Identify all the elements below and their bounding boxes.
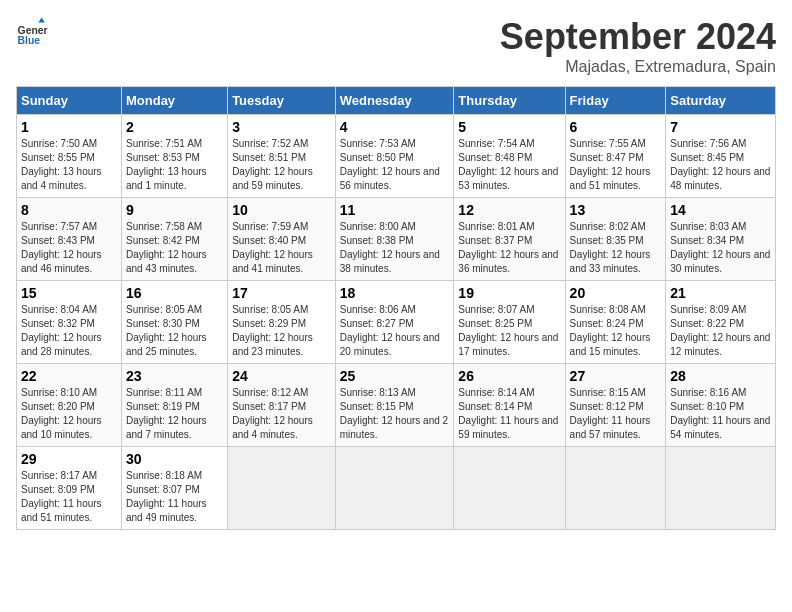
day-info: Sunrise: 8:06 AM Sunset: 8:27 PM Dayligh… [340, 303, 450, 359]
calendar-day-23: 23 Sunrise: 8:11 AM Sunset: 8:19 PM Dayl… [121, 364, 227, 447]
svg-text:Blue: Blue [18, 35, 41, 46]
calendar-day-10: 10 Sunrise: 7:59 AM Sunset: 8:40 PM Dayl… [228, 198, 336, 281]
calendar-day-16: 16 Sunrise: 8:05 AM Sunset: 8:30 PM Dayl… [121, 281, 227, 364]
day-number: 30 [126, 451, 223, 467]
day-number: 19 [458, 285, 560, 301]
day-number: 13 [570, 202, 662, 218]
logo-icon: General Blue [16, 16, 48, 48]
calendar-day-1: 1 Sunrise: 7:50 AM Sunset: 8:55 PM Dayli… [17, 115, 122, 198]
day-number: 12 [458, 202, 560, 218]
location-subtitle: Majadas, Extremadura, Spain [500, 58, 776, 76]
month-title: September 2024 [500, 16, 776, 58]
day-info: Sunrise: 8:16 AM Sunset: 8:10 PM Dayligh… [670, 386, 771, 442]
day-info: Sunrise: 8:17 AM Sunset: 8:09 PM Dayligh… [21, 469, 117, 525]
calendar-day-20: 20 Sunrise: 8:08 AM Sunset: 8:24 PM Dayl… [565, 281, 666, 364]
day-number: 18 [340, 285, 450, 301]
day-info: Sunrise: 7:56 AM Sunset: 8:45 PM Dayligh… [670, 137, 771, 193]
day-info: Sunrise: 8:05 AM Sunset: 8:29 PM Dayligh… [232, 303, 331, 359]
day-number: 23 [126, 368, 223, 384]
empty-cell [335, 447, 454, 530]
day-number: 6 [570, 119, 662, 135]
day-info: Sunrise: 7:51 AM Sunset: 8:53 PM Dayligh… [126, 137, 223, 193]
calendar-day-30: 30 Sunrise: 8:18 AM Sunset: 8:07 PM Dayl… [121, 447, 227, 530]
calendar-day-28: 28 Sunrise: 8:16 AM Sunset: 8:10 PM Dayl… [666, 364, 776, 447]
day-number: 24 [232, 368, 331, 384]
calendar-day-27: 27 Sunrise: 8:15 AM Sunset: 8:12 PM Dayl… [565, 364, 666, 447]
calendar-day-2: 2 Sunrise: 7:51 AM Sunset: 8:53 PM Dayli… [121, 115, 227, 198]
day-number: 11 [340, 202, 450, 218]
day-number: 4 [340, 119, 450, 135]
weekday-header-wednesday: Wednesday [335, 87, 454, 115]
calendar-day-3: 3 Sunrise: 7:52 AM Sunset: 8:51 PM Dayli… [228, 115, 336, 198]
calendar-day-18: 18 Sunrise: 8:06 AM Sunset: 8:27 PM Dayl… [335, 281, 454, 364]
day-number: 15 [21, 285, 117, 301]
day-info: Sunrise: 8:00 AM Sunset: 8:38 PM Dayligh… [340, 220, 450, 276]
day-number: 5 [458, 119, 560, 135]
day-info: Sunrise: 7:59 AM Sunset: 8:40 PM Dayligh… [232, 220, 331, 276]
day-info: Sunrise: 7:58 AM Sunset: 8:42 PM Dayligh… [126, 220, 223, 276]
weekday-header-saturday: Saturday [666, 87, 776, 115]
day-number: 20 [570, 285, 662, 301]
day-number: 26 [458, 368, 560, 384]
day-info: Sunrise: 8:02 AM Sunset: 8:35 PM Dayligh… [570, 220, 662, 276]
day-info: Sunrise: 8:07 AM Sunset: 8:25 PM Dayligh… [458, 303, 560, 359]
day-number: 9 [126, 202, 223, 218]
day-info: Sunrise: 7:53 AM Sunset: 8:50 PM Dayligh… [340, 137, 450, 193]
day-number: 28 [670, 368, 771, 384]
day-number: 2 [126, 119, 223, 135]
calendar-day-6: 6 Sunrise: 7:55 AM Sunset: 8:47 PM Dayli… [565, 115, 666, 198]
weekday-header-friday: Friday [565, 87, 666, 115]
day-number: 16 [126, 285, 223, 301]
calendar-day-24: 24 Sunrise: 8:12 AM Sunset: 8:17 PM Dayl… [228, 364, 336, 447]
calendar-day-9: 9 Sunrise: 7:58 AM Sunset: 8:42 PM Dayli… [121, 198, 227, 281]
day-info: Sunrise: 8:15 AM Sunset: 8:12 PM Dayligh… [570, 386, 662, 442]
day-info: Sunrise: 7:52 AM Sunset: 8:51 PM Dayligh… [232, 137, 331, 193]
day-info: Sunrise: 8:03 AM Sunset: 8:34 PM Dayligh… [670, 220, 771, 276]
weekday-header-tuesday: Tuesday [228, 87, 336, 115]
calendar-day-4: 4 Sunrise: 7:53 AM Sunset: 8:50 PM Dayli… [335, 115, 454, 198]
calendar-day-15: 15 Sunrise: 8:04 AM Sunset: 8:32 PM Dayl… [17, 281, 122, 364]
calendar-day-14: 14 Sunrise: 8:03 AM Sunset: 8:34 PM Dayl… [666, 198, 776, 281]
empty-cell [228, 447, 336, 530]
day-info: Sunrise: 8:14 AM Sunset: 8:14 PM Dayligh… [458, 386, 560, 442]
day-info: Sunrise: 7:57 AM Sunset: 8:43 PM Dayligh… [21, 220, 117, 276]
day-number: 25 [340, 368, 450, 384]
logo: General Blue [16, 16, 48, 48]
calendar-day-13: 13 Sunrise: 8:02 AM Sunset: 8:35 PM Dayl… [565, 198, 666, 281]
day-number: 22 [21, 368, 117, 384]
day-number: 10 [232, 202, 331, 218]
calendar-day-8: 8 Sunrise: 7:57 AM Sunset: 8:43 PM Dayli… [17, 198, 122, 281]
calendar-day-21: 21 Sunrise: 8:09 AM Sunset: 8:22 PM Dayl… [666, 281, 776, 364]
day-number: 3 [232, 119, 331, 135]
day-info: Sunrise: 8:01 AM Sunset: 8:37 PM Dayligh… [458, 220, 560, 276]
weekday-header-thursday: Thursday [454, 87, 565, 115]
day-number: 17 [232, 285, 331, 301]
day-number: 1 [21, 119, 117, 135]
empty-cell [454, 447, 565, 530]
svg-text:General: General [18, 25, 48, 36]
day-info: Sunrise: 8:18 AM Sunset: 8:07 PM Dayligh… [126, 469, 223, 525]
calendar-day-29: 29 Sunrise: 8:17 AM Sunset: 8:09 PM Dayl… [17, 447, 122, 530]
day-number: 21 [670, 285, 771, 301]
day-number: 27 [570, 368, 662, 384]
day-info: Sunrise: 8:04 AM Sunset: 8:32 PM Dayligh… [21, 303, 117, 359]
title-block: September 2024 Majadas, Extremadura, Spa… [500, 16, 776, 76]
weekday-header-sunday: Sunday [17, 87, 122, 115]
calendar-day-7: 7 Sunrise: 7:56 AM Sunset: 8:45 PM Dayli… [666, 115, 776, 198]
calendar-day-12: 12 Sunrise: 8:01 AM Sunset: 8:37 PM Dayl… [454, 198, 565, 281]
day-number: 7 [670, 119, 771, 135]
svg-marker-2 [38, 18, 44, 23]
calendar-day-11: 11 Sunrise: 8:00 AM Sunset: 8:38 PM Dayl… [335, 198, 454, 281]
day-info: Sunrise: 8:11 AM Sunset: 8:19 PM Dayligh… [126, 386, 223, 442]
day-info: Sunrise: 7:50 AM Sunset: 8:55 PM Dayligh… [21, 137, 117, 193]
day-number: 29 [21, 451, 117, 467]
empty-cell [666, 447, 776, 530]
day-info: Sunrise: 8:05 AM Sunset: 8:30 PM Dayligh… [126, 303, 223, 359]
day-info: Sunrise: 7:55 AM Sunset: 8:47 PM Dayligh… [570, 137, 662, 193]
day-info: Sunrise: 8:10 AM Sunset: 8:20 PM Dayligh… [21, 386, 117, 442]
weekday-header-monday: Monday [121, 87, 227, 115]
day-number: 8 [21, 202, 117, 218]
day-info: Sunrise: 7:54 AM Sunset: 8:48 PM Dayligh… [458, 137, 560, 193]
day-info: Sunrise: 8:13 AM Sunset: 8:15 PM Dayligh… [340, 386, 450, 442]
day-info: Sunrise: 8:08 AM Sunset: 8:24 PM Dayligh… [570, 303, 662, 359]
